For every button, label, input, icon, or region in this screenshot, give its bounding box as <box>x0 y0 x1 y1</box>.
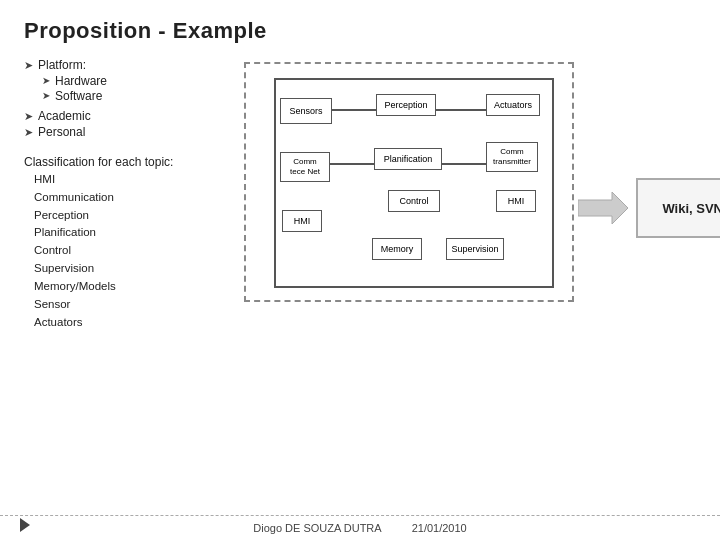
sensors-box: Sensors <box>280 98 332 124</box>
arrow-planification-commtrans <box>442 163 486 165</box>
classification-item: Perception <box>34 207 224 225</box>
wiki-label: Wiki, SVN…. <box>662 201 720 216</box>
right-col: Wiki, SVN…. <box>578 58 720 438</box>
svg-marker-0 <box>578 192 628 224</box>
wiki-box: Wiki, SVN…. <box>636 178 720 238</box>
footer: Diogo DE SOUZA DUTRA 21/01/2010 <box>0 515 720 540</box>
classification-item: Control <box>34 242 224 260</box>
classification-section: Classification for each topic: HMICommun… <box>24 155 224 331</box>
bullet-arrow-personal: ➤ <box>24 126 33 139</box>
diagram-outer-border: Sensors Perception Actuators Comm tece N… <box>244 62 574 302</box>
hmi-left-box: HMI <box>282 210 322 232</box>
hardware-label: Hardware <box>55 74 107 88</box>
platform-section: ➤ Platform: ➤ Hardware ➤ Software <box>24 58 224 103</box>
software-label: Software <box>55 89 102 103</box>
classification-list: HMICommunicationPerceptionPlanificationC… <box>34 171 224 331</box>
slide: Proposition - Example ➤ Platform: ➤ Hard… <box>0 0 720 540</box>
diagram-area: Sensors Perception Actuators Comm tece N… <box>244 62 574 438</box>
arrow-commnet-planification <box>330 163 374 165</box>
commtrans-box: Comm transmitter <box>486 142 538 172</box>
memory-box: Memory <box>372 238 422 260</box>
actuators-box: Actuators <box>486 94 540 116</box>
supervision-box: Supervision <box>446 238 504 260</box>
footer-author: Diogo DE SOUZA DUTRA <box>253 522 381 534</box>
classification-item: Supervision <box>34 260 224 278</box>
hardware-bullet: ➤ Hardware <box>42 74 224 88</box>
classification-item: Actuators <box>34 314 224 332</box>
personal-label: Personal <box>38 125 85 139</box>
slide-title: Proposition - Example <box>24 18 696 44</box>
platform-bullet: ➤ Platform: <box>24 58 224 72</box>
planification-box: Planification <box>374 148 442 170</box>
arrow-sensors-perception <box>332 109 376 111</box>
software-bullet: ➤ Software <box>42 89 224 103</box>
bullet-arrow-academic: ➤ <box>24 110 33 123</box>
bullet-arrow-software: ➤ <box>42 90 50 101</box>
left-column: ➤ Platform: ➤ Hardware ➤ Software ➤ Acad… <box>24 58 234 438</box>
big-right-arrow <box>578 192 628 224</box>
classification-item: Sensor <box>34 296 224 314</box>
classification-item: HMI <box>34 171 224 189</box>
classification-item: Planification <box>34 224 224 242</box>
control-box: Control <box>388 190 440 212</box>
content-area: ➤ Platform: ➤ Hardware ➤ Software ➤ Acad… <box>24 58 696 438</box>
classification-title: Classification for each topic: <box>24 155 224 169</box>
footer-date: 21/01/2010 <box>412 522 467 534</box>
perception-box: Perception <box>376 94 436 116</box>
hmi-right-box: HMI <box>496 190 536 212</box>
academic-bullet: ➤ Academic <box>24 109 224 123</box>
academic-label: Academic <box>38 109 91 123</box>
classification-item: Memory/Models <box>34 278 224 296</box>
classification-item: Communication <box>34 189 224 207</box>
commnet-box: Comm tece Net <box>280 152 330 182</box>
bullet-arrow-platform: ➤ <box>24 59 33 72</box>
arrow-wiki-row: Wiki, SVN…. <box>578 178 720 238</box>
personal-bullet: ➤ Personal <box>24 125 224 139</box>
footer-nav-triangle <box>20 518 30 532</box>
diagram-inner-border: Sensors Perception Actuators Comm tece N… <box>274 78 554 288</box>
platform-label: Platform: <box>38 58 86 72</box>
bullet-arrow-hardware: ➤ <box>42 75 50 86</box>
arrow-perception-actuators <box>436 109 486 111</box>
